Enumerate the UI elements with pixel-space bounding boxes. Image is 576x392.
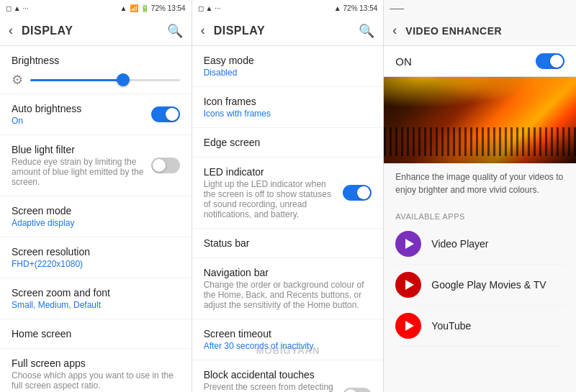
status-bar-item[interactable]: Status bar (192, 229, 384, 258)
blue-light-text: Blue light filter Reduce eye strain by l… (12, 144, 144, 187)
app-item-video-player[interactable]: Video Player (395, 224, 564, 265)
status-icons-1: ◻ ▲ ··· (6, 4, 29, 12)
home-screen-label: Home screen (12, 328, 180, 339)
icon-frames-item-2[interactable]: Icon frames Icons with frames (192, 87, 384, 128)
display-title-1: DISPLAY (22, 24, 158, 37)
brightness-section: Brightness ⚙ (0, 46, 192, 94)
back-button-3[interactable]: ‹ (392, 23, 397, 38)
battery-percent-2: ▲ 72% 13:54 (334, 4, 378, 12)
screen-resolution-item[interactable]: Screen resolution FHD+(2220x1080) (0, 237, 192, 278)
icon-frames-label-2: Icon frames (204, 96, 372, 107)
search-icon-2[interactable]: 🔍 (359, 23, 374, 39)
led-indicator-sub: Light up the LED indicator when the scre… (204, 179, 336, 219)
navigation-bar-label: Navigation bar (204, 267, 372, 278)
back-button-1[interactable]: ‹ (9, 23, 13, 38)
battery-percent-1: 📶 🔋 72% 13:54 (130, 4, 185, 12)
panel-display-1: ◻ ▲ ··· ▲ 📶 🔋 72% 13:54 ‹ DISPLAY 🔍 Brig… (0, 0, 192, 392)
video-thumbnail (384, 77, 576, 163)
youtube-name: YouTube (431, 320, 471, 332)
video-player-icon (395, 231, 421, 257)
back-button-2[interactable]: ‹ (201, 23, 205, 38)
auto-brightness-text: Auto brightness On (12, 103, 81, 126)
status-left-2: ◻ ▲ ··· (198, 4, 221, 12)
screen-mode-item[interactable]: Screen mode Adaptive display (0, 196, 192, 237)
video-enhancer-toggle[interactable] (536, 53, 564, 69)
block-accidental-item[interactable]: Block accidental touches Prevent the scr… (192, 360, 384, 392)
blue-light-toggle[interactable] (151, 158, 180, 173)
panel-video-enhancer: —— ‹ VIDEO ENHANCER ON (384, 0, 576, 392)
status-left-1: ◻ ▲ ··· (6, 4, 29, 12)
easy-mode-item-2[interactable]: Easy mode Disabled (192, 46, 384, 87)
slider-thumb[interactable] (117, 73, 130, 86)
screen-resolution-sub: FHD+(2220x1080) (12, 259, 180, 269)
on-toggle-row[interactable]: ON (384, 46, 576, 77)
status-bar-1: ◻ ▲ ··· ▲ 📶 🔋 72% 13:54 (0, 0, 192, 16)
edge-screen-label: Edge screen (204, 137, 372, 148)
search-icon-1[interactable]: 🔍 (167, 23, 183, 39)
status-bar-3: —— (384, 0, 576, 16)
brightness-label: Brightness (12, 55, 180, 66)
status-bar-2: ◻ ▲ ··· ▲ 72% 13:54 (192, 0, 384, 16)
full-screen-label: Full screen apps (12, 357, 180, 369)
play-triangle-2 (405, 280, 414, 290)
led-indicator-label: LED indicator (204, 166, 336, 178)
top-bar-3: ‹ VIDEO ENHANCER (384, 16, 576, 46)
scroll-content-2[interactable]: Easy mode Disabled Icon frames Icons wit… (192, 46, 384, 392)
auto-brightness-toggle[interactable] (151, 106, 180, 122)
available-apps-section: AVAILABLE APPS Video Player Google Play … (384, 204, 576, 352)
icon-frames-sub-2: Icons with frames (204, 109, 372, 119)
panel-display-2: ◻ ▲ ··· ▲ 72% 13:54 ‹ DISPLAY 🔍 Easy mod… (192, 0, 384, 392)
led-indicator-row: LED indicator Light up the LED indicator… (204, 166, 372, 219)
status-icons-3: —— (390, 4, 404, 12)
block-accidental-toggle[interactable] (343, 388, 372, 392)
youtube-icon (395, 313, 421, 339)
edge-screen-item[interactable]: Edge screen (192, 128, 384, 158)
block-accidental-row: Block accidental touches Prevent the scr… (204, 369, 372, 392)
screen-mode-sub: Adaptive display (12, 218, 180, 228)
blue-light-row: Blue light filter Reduce eye strain by l… (12, 144, 180, 187)
screen-zoom-item[interactable]: Screen zoom and font Small, Medium, Defa… (0, 278, 192, 319)
app-item-google-play-movies[interactable]: Google Play Movies & TV (395, 265, 564, 306)
top-bar-1: ‹ DISPLAY 🔍 (0, 16, 192, 46)
blue-light-label: Blue light filter (12, 144, 144, 155)
screen-timeout-label: Screen timeout (204, 328, 372, 339)
navigation-bar-sub: Change the order or background colour of… (204, 280, 372, 310)
top-bar-2: ‹ DISPLAY 🔍 (192, 16, 384, 46)
led-indicator-toggle[interactable] (343, 185, 372, 201)
auto-brightness-item[interactable]: Auto brightness On (0, 94, 192, 135)
blue-light-item[interactable]: Blue light filter Reduce eye strain by l… (0, 135, 192, 196)
status-left-3: —— (390, 4, 404, 12)
navigation-bar-item[interactable]: Navigation bar Change the order or backg… (192, 258, 384, 319)
home-screen-item[interactable]: Home screen (0, 319, 192, 349)
lights-layer (384, 77, 576, 120)
led-indicator-text: LED indicator Light up the LED indicator… (204, 166, 336, 219)
easy-mode-label-2: Easy mode (204, 55, 372, 66)
brightness-slider[interactable] (30, 73, 180, 87)
block-accidental-sub: Prevent the screen from detecting touch … (204, 382, 336, 392)
thumbnail-overlay (384, 135, 576, 163)
status-icons-2: ◻ ▲ ··· (198, 4, 221, 12)
auto-brightness-row: Auto brightness On (12, 103, 180, 126)
scroll-content-3[interactable]: ON Enhance the image quality of your vid… (384, 46, 576, 392)
google-play-movies-icon (395, 272, 421, 298)
play-triangle-3 (405, 321, 414, 331)
video-enhancer-title: VIDEO ENHANCER (405, 25, 567, 37)
block-accidental-label: Block accidental touches (204, 369, 336, 380)
block-accidental-text: Block accidental touches Prevent the scr… (204, 369, 336, 392)
screen-timeout-sub: After 30 seconds of inactivity (204, 341, 372, 351)
easy-mode-sub-2: Disabled (204, 68, 372, 78)
screen-timeout-item[interactable]: Screen timeout After 30 seconds of inact… (192, 319, 384, 360)
full-screen-item[interactable]: Full screen apps Choose which apps you w… (0, 349, 192, 392)
led-indicator-item[interactable]: LED indicator Light up the LED indicator… (192, 158, 384, 229)
brightness-row: ⚙ (12, 72, 180, 88)
video-player-name: Video Player (431, 238, 488, 250)
app-item-youtube[interactable]: YouTube (395, 306, 564, 347)
signal-icon-1: ▲ (120, 4, 127, 12)
enhancer-description: Enhance the image quality of your videos… (384, 163, 576, 204)
play-triangle-1 (405, 239, 414, 249)
full-screen-sub: Choose which apps you want to use in the… (12, 370, 180, 391)
slider-track (30, 79, 180, 81)
on-label: ON (395, 55, 412, 68)
status-right-2: ▲ 72% 13:54 (334, 4, 378, 12)
scroll-content-1[interactable]: Brightness ⚙ (0, 46, 192, 392)
